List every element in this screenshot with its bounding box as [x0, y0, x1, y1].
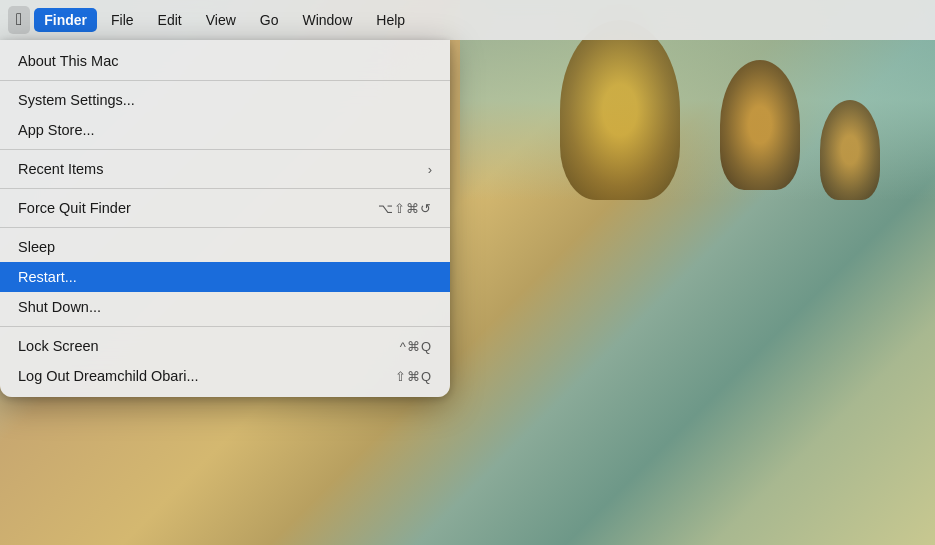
log-out-item[interactable]: Log Out Dreamchild Obari... ⇧⌘Q: [0, 361, 450, 391]
separator-2: [0, 149, 450, 150]
menu-bar:  Finder File Edit View Go Window Help: [0, 0, 935, 40]
force-quit-shortcut: ⌥⇧⌘↺: [378, 201, 432, 216]
app-store-item[interactable]: App Store...: [0, 115, 450, 145]
apple-menu-button[interactable]: : [8, 6, 30, 34]
about-mac-item[interactable]: About This Mac: [0, 46, 450, 76]
system-settings-item[interactable]: System Settings...: [0, 85, 450, 115]
apple-dropdown-menu: About This Mac System Settings... App St…: [0, 40, 450, 397]
recent-items-item[interactable]: Recent Items ›: [0, 154, 450, 184]
separator-3: [0, 188, 450, 189]
lamp1-bg: [560, 20, 680, 200]
finder-menu-button[interactable]: Finder: [34, 8, 97, 32]
lock-screen-item[interactable]: Lock Screen ^⌘Q: [0, 331, 450, 361]
window-menu-button[interactable]: Window: [292, 8, 362, 32]
restart-item[interactable]: Restart...: [0, 262, 450, 292]
lamp2-bg: [720, 60, 800, 190]
help-menu-button[interactable]: Help: [366, 8, 415, 32]
edit-menu-button[interactable]: Edit: [148, 8, 192, 32]
view-menu-button[interactable]: View: [196, 8, 246, 32]
separator-1: [0, 80, 450, 81]
recent-items-chevron-icon: ›: [428, 162, 432, 177]
shut-down-item[interactable]: Shut Down...: [0, 292, 450, 322]
sleep-item[interactable]: Sleep: [0, 232, 450, 262]
separator-4: [0, 227, 450, 228]
lamp3-bg: [820, 100, 880, 200]
separator-5: [0, 326, 450, 327]
go-menu-button[interactable]: Go: [250, 8, 289, 32]
file-menu-button[interactable]: File: [101, 8, 144, 32]
lock-screen-shortcut: ^⌘Q: [400, 339, 432, 354]
force-quit-item[interactable]: Force Quit Finder ⌥⇧⌘↺: [0, 193, 450, 223]
log-out-shortcut: ⇧⌘Q: [395, 369, 432, 384]
